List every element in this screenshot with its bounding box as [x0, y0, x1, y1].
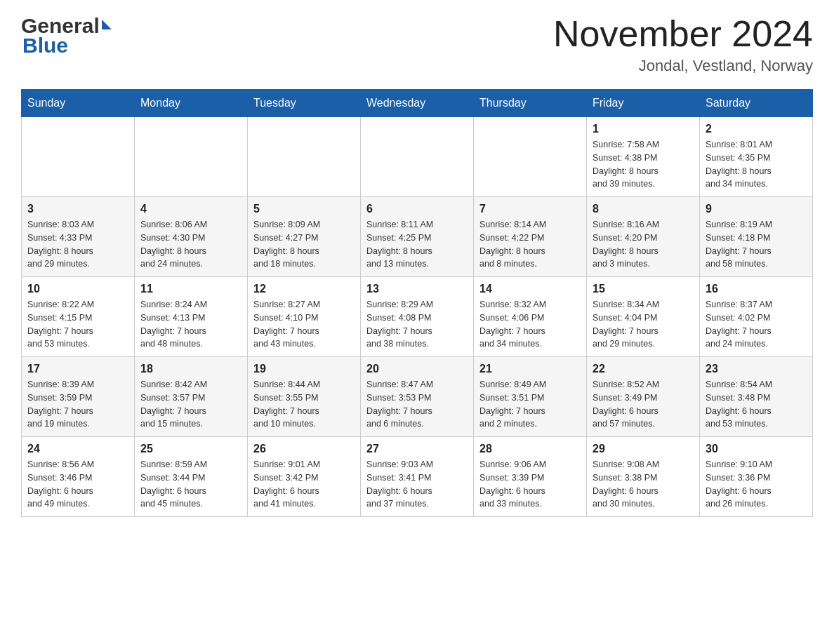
day-cell: 30Sunrise: 9:10 AM Sunset: 3:36 PM Dayli…	[700, 437, 813, 517]
day-info: Sunrise: 8:49 AM Sunset: 3:51 PM Dayligh…	[479, 378, 581, 431]
day-number: 11	[140, 283, 241, 295]
day-cell: 10Sunrise: 8:22 AM Sunset: 4:15 PM Dayli…	[22, 277, 135, 357]
day-number: 20	[366, 363, 468, 375]
day-info: Sunrise: 8:59 AM Sunset: 3:44 PM Dayligh…	[140, 458, 241, 511]
title-block: November 2024 Jondal, Vestland, Norway	[553, 14, 813, 75]
month-title: November 2024	[553, 14, 813, 54]
day-cell: 23Sunrise: 8:54 AM Sunset: 3:48 PM Dayli…	[700, 357, 813, 437]
day-number: 4	[140, 203, 241, 215]
day-info: Sunrise: 8:14 AM Sunset: 4:22 PM Dayligh…	[479, 218, 581, 271]
day-info: Sunrise: 9:10 AM Sunset: 3:36 PM Dayligh…	[706, 458, 807, 511]
day-cell: 14Sunrise: 8:32 AM Sunset: 4:06 PM Dayli…	[474, 277, 587, 357]
col-wednesday: Wednesday	[361, 90, 474, 117]
day-cell: 1Sunrise: 7:58 AM Sunset: 4:38 PM Daylig…	[587, 117, 700, 197]
week-row-1: 1Sunrise: 7:58 AM Sunset: 4:38 PM Daylig…	[22, 117, 813, 197]
day-cell: 18Sunrise: 8:42 AM Sunset: 3:57 PM Dayli…	[135, 357, 248, 437]
day-number: 29	[593, 443, 694, 455]
day-info: Sunrise: 9:01 AM Sunset: 3:42 PM Dayligh…	[253, 458, 355, 511]
day-cell	[474, 117, 587, 197]
day-cell	[22, 117, 135, 197]
day-number: 15	[593, 283, 694, 295]
day-info: Sunrise: 8:54 AM Sunset: 3:48 PM Dayligh…	[706, 378, 807, 431]
week-row-3: 10Sunrise: 8:22 AM Sunset: 4:15 PM Dayli…	[22, 277, 813, 357]
day-number: 18	[140, 363, 241, 375]
day-number: 3	[27, 203, 128, 215]
day-info: Sunrise: 8:19 AM Sunset: 4:18 PM Dayligh…	[706, 218, 807, 271]
day-info: Sunrise: 8:16 AM Sunset: 4:20 PM Dayligh…	[593, 218, 694, 271]
day-cell: 7Sunrise: 8:14 AM Sunset: 4:22 PM Daylig…	[474, 197, 587, 277]
day-info: Sunrise: 8:09 AM Sunset: 4:27 PM Dayligh…	[253, 218, 355, 271]
day-cell: 11Sunrise: 8:24 AM Sunset: 4:13 PM Dayli…	[135, 277, 248, 357]
day-info: Sunrise: 8:39 AM Sunset: 3:59 PM Dayligh…	[27, 378, 128, 431]
day-cell: 22Sunrise: 8:52 AM Sunset: 3:49 PM Dayli…	[587, 357, 700, 437]
col-thursday: Thursday	[474, 90, 587, 117]
day-number: 26	[253, 443, 355, 455]
page-header: General Blue November 2024 Jondal, Vestl…	[21, 14, 813, 75]
day-info: Sunrise: 8:11 AM Sunset: 4:25 PM Dayligh…	[366, 218, 468, 271]
day-cell: 25Sunrise: 8:59 AM Sunset: 3:44 PM Dayli…	[135, 437, 248, 517]
day-info: Sunrise: 8:44 AM Sunset: 3:55 PM Dayligh…	[253, 378, 355, 431]
day-cell: 2Sunrise: 8:01 AM Sunset: 4:35 PM Daylig…	[700, 117, 813, 197]
day-info: Sunrise: 8:03 AM Sunset: 4:33 PM Dayligh…	[27, 218, 128, 271]
day-info: Sunrise: 9:06 AM Sunset: 3:39 PM Dayligh…	[479, 458, 581, 511]
day-cell: 13Sunrise: 8:29 AM Sunset: 4:08 PM Dayli…	[361, 277, 474, 357]
day-info: Sunrise: 8:52 AM Sunset: 3:49 PM Dayligh…	[593, 378, 694, 431]
week-row-4: 17Sunrise: 8:39 AM Sunset: 3:59 PM Dayli…	[22, 357, 813, 437]
day-info: Sunrise: 9:03 AM Sunset: 3:41 PM Dayligh…	[366, 458, 468, 511]
day-number: 10	[27, 283, 128, 295]
day-number: 27	[366, 443, 468, 455]
day-cell	[135, 117, 248, 197]
day-number: 19	[253, 363, 355, 375]
day-number: 16	[706, 283, 807, 295]
day-number: 12	[253, 283, 355, 295]
day-info: Sunrise: 8:34 AM Sunset: 4:04 PM Dayligh…	[593, 298, 694, 351]
logo-blue-text: Blue	[22, 34, 68, 57]
day-number: 30	[706, 443, 807, 455]
day-cell: 21Sunrise: 8:49 AM Sunset: 3:51 PM Dayli…	[474, 357, 587, 437]
day-info: Sunrise: 8:06 AM Sunset: 4:30 PM Dayligh…	[140, 218, 241, 271]
col-monday: Monday	[135, 90, 248, 117]
day-cell	[248, 117, 361, 197]
day-info: Sunrise: 8:47 AM Sunset: 3:53 PM Dayligh…	[366, 378, 468, 431]
day-info: Sunrise: 7:58 AM Sunset: 4:38 PM Dayligh…	[593, 138, 694, 191]
day-cell: 9Sunrise: 8:19 AM Sunset: 4:18 PM Daylig…	[700, 197, 813, 277]
day-number: 6	[366, 203, 468, 215]
day-number: 25	[140, 443, 241, 455]
day-info: Sunrise: 8:37 AM Sunset: 4:02 PM Dayligh…	[706, 298, 807, 351]
day-info: Sunrise: 8:27 AM Sunset: 4:10 PM Dayligh…	[253, 298, 355, 351]
col-sunday: Sunday	[22, 90, 135, 117]
day-number: 24	[27, 443, 128, 455]
day-number: 28	[479, 443, 581, 455]
logo: General Blue	[21, 14, 112, 58]
col-saturday: Saturday	[700, 90, 813, 117]
day-cell: 4Sunrise: 8:06 AM Sunset: 4:30 PM Daylig…	[135, 197, 248, 277]
day-number: 13	[366, 283, 468, 295]
day-number: 2	[706, 123, 807, 135]
day-info: Sunrise: 8:29 AM Sunset: 4:08 PM Dayligh…	[366, 298, 468, 351]
day-number: 17	[27, 363, 128, 375]
calendar-table: Sunday Monday Tuesday Wednesday Thursday…	[21, 89, 813, 517]
day-cell: 16Sunrise: 8:37 AM Sunset: 4:02 PM Dayli…	[700, 277, 813, 357]
day-cell: 3Sunrise: 8:03 AM Sunset: 4:33 PM Daylig…	[22, 197, 135, 277]
col-friday: Friday	[587, 90, 700, 117]
day-number: 7	[479, 203, 581, 215]
day-cell: 26Sunrise: 9:01 AM Sunset: 3:42 PM Dayli…	[248, 437, 361, 517]
day-cell: 12Sunrise: 8:27 AM Sunset: 4:10 PM Dayli…	[248, 277, 361, 357]
day-number: 9	[706, 203, 807, 215]
day-info: Sunrise: 8:42 AM Sunset: 3:57 PM Dayligh…	[140, 378, 241, 431]
day-cell: 15Sunrise: 8:34 AM Sunset: 4:04 PM Dayli…	[587, 277, 700, 357]
day-cell: 17Sunrise: 8:39 AM Sunset: 3:59 PM Dayli…	[22, 357, 135, 437]
day-cell: 5Sunrise: 8:09 AM Sunset: 4:27 PM Daylig…	[248, 197, 361, 277]
day-number: 8	[593, 203, 694, 215]
day-cell: 27Sunrise: 9:03 AM Sunset: 3:41 PM Dayli…	[361, 437, 474, 517]
day-cell: 28Sunrise: 9:06 AM Sunset: 3:39 PM Dayli…	[474, 437, 587, 517]
day-info: Sunrise: 8:56 AM Sunset: 3:46 PM Dayligh…	[27, 458, 128, 511]
day-info: Sunrise: 8:22 AM Sunset: 4:15 PM Dayligh…	[27, 298, 128, 351]
day-number: 14	[479, 283, 581, 295]
day-cell: 20Sunrise: 8:47 AM Sunset: 3:53 PM Dayli…	[361, 357, 474, 437]
day-number: 23	[706, 363, 807, 375]
day-cell: 19Sunrise: 8:44 AM Sunset: 3:55 PM Dayli…	[248, 357, 361, 437]
day-number: 5	[253, 203, 355, 215]
col-tuesday: Tuesday	[248, 90, 361, 117]
day-info: Sunrise: 9:08 AM Sunset: 3:38 PM Dayligh…	[593, 458, 694, 511]
